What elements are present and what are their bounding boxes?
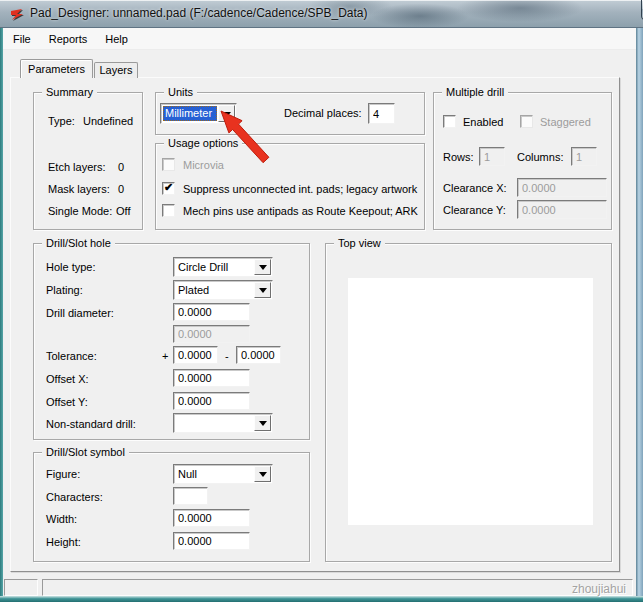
columns-label: Columns: bbox=[517, 151, 563, 164]
columns-input bbox=[571, 147, 597, 166]
symbol-height-input[interactable] bbox=[173, 532, 250, 550]
summary-type-value: Undefined bbox=[83, 115, 133, 128]
multiple-drill-staggered-checkbox bbox=[520, 115, 533, 128]
summary-single-mode-label: Single Mode: bbox=[48, 205, 112, 218]
hole-type-label: Hole type: bbox=[46, 261, 96, 274]
checkmark-icon: ✔ bbox=[164, 181, 173, 194]
drill-diameter-input[interactable] bbox=[173, 303, 250, 321]
units-selected-value: Millimeter bbox=[163, 106, 217, 121]
tab-layers[interactable]: Layers bbox=[94, 62, 138, 78]
summary-single-mode-value: Off bbox=[116, 205, 130, 218]
pad-designer-window: Pad_Designer: unnamed.pad (F:/cadence/Ca… bbox=[0, 0, 643, 602]
menu-help[interactable]: Help bbox=[97, 30, 136, 48]
multiple-drill-staggered-label: Staggered bbox=[540, 116, 591, 129]
decimal-places-input[interactable] bbox=[368, 103, 395, 124]
units-group-title: Units bbox=[164, 86, 197, 98]
tolerance-minus-input[interactable] bbox=[236, 346, 281, 364]
summary-type-label: Type: bbox=[48, 115, 75, 128]
app-icon bbox=[8, 6, 24, 22]
clearance-y-input bbox=[517, 200, 607, 219]
microvia-label: Microvia bbox=[183, 159, 224, 172]
plating-label: Plating: bbox=[46, 284, 83, 297]
tolerance-plus-sign: + bbox=[162, 350, 168, 363]
tolerance-plus-input[interactable] bbox=[173, 346, 218, 364]
tab-parameters[interactable]: Parameters bbox=[20, 59, 93, 78]
mech-pins-label: Mech pins use antipads as Route Keepout;… bbox=[183, 205, 418, 218]
non-standard-drill-combobox[interactable] bbox=[173, 413, 273, 433]
summary-etch-layers-label: Etch layers: bbox=[48, 161, 105, 174]
drill-slot-hole-group-title: Drill/Slot hole bbox=[42, 237, 115, 249]
plating-dropdown-arrow-icon[interactable] bbox=[254, 282, 271, 298]
summary-mask-layers-label: Mask layers: bbox=[48, 183, 110, 196]
microvia-checkbox bbox=[162, 158, 175, 171]
menu-file[interactable]: File bbox=[5, 30, 39, 48]
clearance-x-input bbox=[517, 178, 607, 197]
non-standard-drill-dropdown-arrow-icon[interactable] bbox=[254, 415, 271, 431]
title-bar: Pad_Designer: unnamed.pad (F:/cadence/Ca… bbox=[0, 0, 643, 28]
watermark-text: zhoujiahui bbox=[572, 582, 626, 596]
mech-pins-checkbox[interactable] bbox=[162, 204, 175, 217]
figure-combobox[interactable]: Null bbox=[173, 464, 273, 484]
symbol-width-input[interactable] bbox=[173, 509, 250, 527]
offset-x-input[interactable] bbox=[173, 369, 250, 387]
window-title: Pad_Designer: unnamed.pad (F:/cadence/Ca… bbox=[30, 6, 368, 20]
symbol-width-label: Width: bbox=[46, 513, 77, 526]
usage-options-group-title: Usage options bbox=[164, 137, 242, 149]
suppress-unconnected-checkbox[interactable]: ✔ bbox=[162, 182, 175, 195]
units-combobox[interactable]: Millimeter bbox=[160, 103, 237, 124]
multiple-drill-enabled-label: Enabled bbox=[463, 116, 503, 129]
summary-group-title: Summary bbox=[42, 86, 97, 98]
drill-slot-symbol-group-title: Drill/Slot symbol bbox=[42, 446, 129, 458]
figure-dropdown-arrow-icon[interactable] bbox=[254, 466, 271, 482]
tolerance-minus-sign: - bbox=[225, 350, 229, 363]
top-view-preview-canvas bbox=[348, 278, 593, 525]
offset-y-label: Offset Y: bbox=[46, 396, 88, 409]
figure-value: Null bbox=[176, 467, 253, 481]
units-dropdown-arrow-icon[interactable] bbox=[218, 105, 235, 122]
non-standard-drill-value bbox=[176, 416, 253, 430]
multiple-drill-group-title: Multiple drill bbox=[442, 86, 508, 98]
non-standard-drill-label: Non-standard drill: bbox=[46, 418, 136, 431]
status-cell-left bbox=[4, 579, 38, 596]
rows-input bbox=[479, 147, 505, 166]
suppress-unconnected-label: Suppress unconnected int. pads; legacy a… bbox=[183, 183, 417, 196]
symbol-height-label: Height: bbox=[46, 536, 81, 549]
window-border-bottom bbox=[0, 596, 643, 602]
hole-type-combobox[interactable]: Circle Drill bbox=[173, 257, 273, 277]
rows-label: Rows: bbox=[443, 151, 474, 164]
tolerance-label: Tolerance: bbox=[46, 350, 97, 363]
summary-etch-layers-value: 0 bbox=[118, 161, 124, 174]
window-border-left bbox=[0, 28, 3, 602]
clearance-y-label: Clearance Y: bbox=[443, 204, 506, 217]
menu-reports[interactable]: Reports bbox=[41, 30, 96, 48]
offset-y-input[interactable] bbox=[173, 392, 250, 410]
characters-input[interactable] bbox=[173, 487, 208, 505]
drill-diameter-secondary-input bbox=[173, 325, 250, 343]
top-view-group-title: Top view bbox=[334, 237, 385, 249]
figure-label: Figure: bbox=[46, 468, 80, 481]
hole-type-value: Circle Drill bbox=[176, 260, 253, 274]
decimal-places-label: Decimal places: bbox=[284, 107, 362, 120]
menu-bar: File Reports Help bbox=[3, 28, 636, 50]
plating-combobox[interactable]: Plated bbox=[173, 280, 273, 300]
drill-diameter-label: Drill diameter: bbox=[46, 307, 114, 320]
multiple-drill-enabled-checkbox[interactable] bbox=[443, 115, 456, 128]
clearance-x-label: Clearance X: bbox=[443, 182, 507, 195]
offset-x-label: Offset X: bbox=[46, 373, 89, 386]
characters-label: Characters: bbox=[46, 491, 103, 504]
hole-type-dropdown-arrow-icon[interactable] bbox=[254, 259, 271, 275]
summary-mask-layers-value: 0 bbox=[118, 183, 124, 196]
status-cell-main: zhoujiahui bbox=[42, 579, 633, 596]
plating-value: Plated bbox=[176, 283, 253, 297]
window-border-right bbox=[636, 28, 643, 602]
